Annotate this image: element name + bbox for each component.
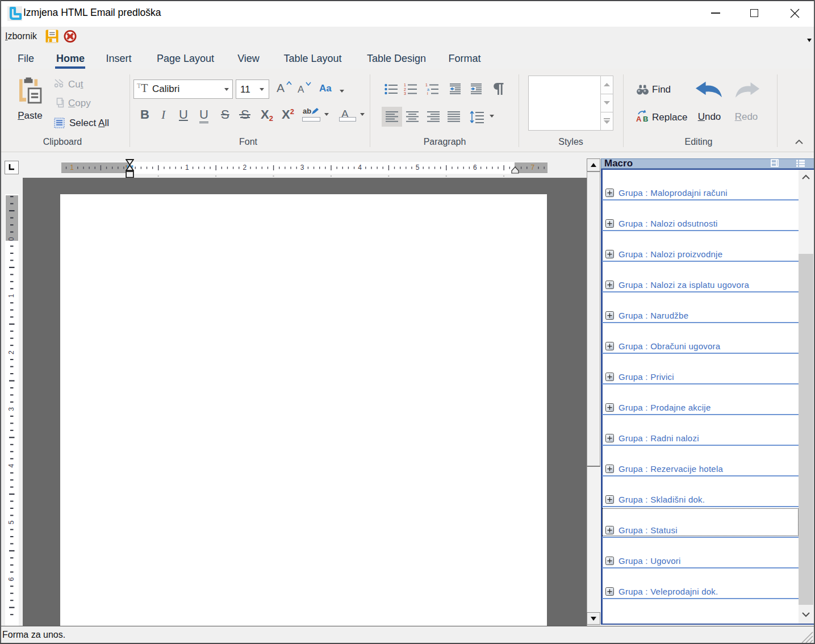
svg-text:2: 2 <box>7 350 15 354</box>
svg-text:1: 1 <box>7 294 15 298</box>
svg-text:7: 7 <box>530 164 534 172</box>
svg-text:3: 3 <box>404 91 406 95</box>
svg-text:B: B <box>643 115 648 122</box>
svg-text:6: 6 <box>473 164 477 172</box>
svg-text:5: 5 <box>7 520 15 524</box>
svg-text:A: A <box>636 115 642 122</box>
svg-text:1: 1 <box>70 164 74 172</box>
svg-text:6: 6 <box>7 577 15 581</box>
svg-text:5: 5 <box>416 164 420 172</box>
svg-text:3: 3 <box>7 407 15 411</box>
svg-text:1: 1 <box>185 164 189 172</box>
svg-text:4: 4 <box>7 464 15 468</box>
svg-text:3: 3 <box>300 164 304 172</box>
svg-text:i: i <box>427 91 428 95</box>
svg-text:1: 1 <box>404 83 406 87</box>
svg-text:0: 0 <box>7 237 15 241</box>
svg-text:4: 4 <box>358 164 362 172</box>
svg-text:1: 1 <box>425 83 428 87</box>
svg-text:a: a <box>427 87 429 91</box>
svg-text:2: 2 <box>404 87 406 91</box>
svg-text:2: 2 <box>243 164 246 172</box>
